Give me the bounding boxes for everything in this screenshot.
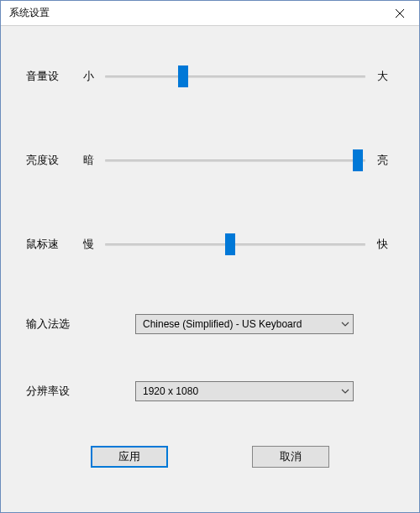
slider-track bbox=[105, 160, 365, 162]
apply-button[interactable]: 应用 bbox=[91, 446, 168, 468]
chevron-down-icon bbox=[341, 322, 349, 327]
ime-label: 输入法选 bbox=[26, 317, 135, 332]
chevron-down-icon bbox=[341, 389, 349, 394]
volume-slider[interactable] bbox=[105, 65, 365, 88]
resolution-label: 分辨率设 bbox=[26, 384, 135, 399]
volume-row: 音量设 小 大 bbox=[26, 60, 394, 93]
volume-slider-thumb[interactable] bbox=[178, 65, 188, 87]
brightness-label: 亮度设 bbox=[26, 153, 76, 168]
mouse-max-label: 快 bbox=[370, 237, 394, 252]
volume-min-label: 小 bbox=[76, 69, 100, 84]
cancel-button[interactable]: 取消 bbox=[252, 446, 329, 468]
ime-row: 输入法选 Chinese (Simplified) - US Keyboard bbox=[26, 311, 394, 337]
apply-button-label: 应用 bbox=[118, 449, 140, 464]
settings-window: 系统设置 音量设 小 大 亮度设 暗 亮 bbox=[0, 0, 420, 513]
mouse-slider-thumb[interactable] bbox=[225, 233, 235, 255]
content-area: 音量设 小 大 亮度设 暗 亮 鼠标速 慢 快 bbox=[1, 26, 419, 468]
brightness-min-label: 暗 bbox=[76, 153, 100, 168]
button-row: 应用 取消 bbox=[26, 446, 394, 468]
brightness-slider[interactable] bbox=[105, 149, 365, 172]
volume-max-label: 大 bbox=[370, 69, 394, 84]
volume-label: 音量设 bbox=[26, 69, 76, 84]
mouse-row: 鼠标速 慢 快 bbox=[26, 228, 394, 261]
ime-select[interactable]: Chinese (Simplified) - US Keyboard bbox=[135, 314, 354, 334]
slider-track bbox=[105, 243, 365, 246]
window-title: 系统设置 bbox=[9, 6, 50, 20]
resolution-select-value: 1920 x 1080 bbox=[143, 385, 198, 397]
resolution-select[interactable]: 1920 x 1080 bbox=[135, 381, 354, 401]
brightness-slider-thumb[interactable] bbox=[353, 149, 363, 171]
brightness-row: 亮度设 暗 亮 bbox=[26, 144, 394, 177]
slider-track bbox=[105, 76, 365, 78]
mouse-min-label: 慢 bbox=[76, 237, 100, 252]
mouse-slider[interactable] bbox=[105, 233, 365, 256]
mouse-label: 鼠标速 bbox=[26, 237, 76, 252]
resolution-row: 分辨率设 1920 x 1080 bbox=[26, 379, 394, 404]
close-button[interactable] bbox=[381, 1, 419, 26]
brightness-max-label: 亮 bbox=[370, 153, 394, 168]
cancel-button-label: 取消 bbox=[280, 449, 302, 464]
titlebar: 系统设置 bbox=[1, 1, 419, 26]
ime-select-value: Chinese (Simplified) - US Keyboard bbox=[143, 318, 302, 330]
close-icon bbox=[396, 9, 404, 18]
